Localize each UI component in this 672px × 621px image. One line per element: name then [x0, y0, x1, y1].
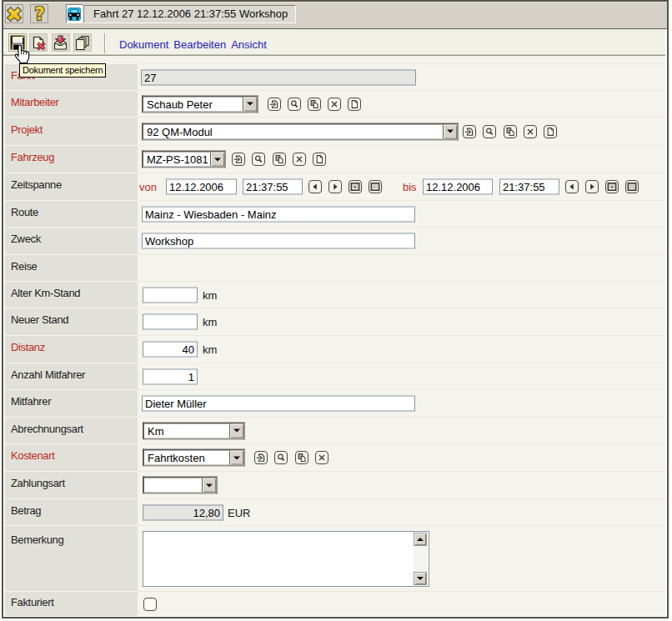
row-route: Route Mainz - Wiesbaden - Mainz [3, 200, 667, 227]
close-button[interactable] [5, 4, 23, 23]
projekt-combobox[interactable]: 92 QM-Modul [142, 123, 459, 140]
kostenart-dropdown-button[interactable] [229, 451, 243, 465]
betrag-unit: EUR [228, 506, 250, 518]
window-inner-edge-right [665, 29, 667, 618]
alter-km-input[interactable] [143, 287, 198, 303]
row-reise: Reise [3, 254, 667, 281]
zweck-label: Zweck [3, 227, 138, 254]
kostenart-value: Fahrtkosten [144, 451, 229, 465]
help-button[interactable]: ? ? [30, 4, 48, 23]
fahrzeug-value: MZ-PS-1081 [143, 153, 210, 167]
mitarbeiter-copy-button[interactable] [308, 98, 321, 111]
fahrzeug-search-button[interactable] [252, 153, 265, 166]
projekt-clear-button[interactable] [524, 125, 537, 138]
window-inner-edge-bottom [3, 616, 667, 617]
archive-button[interactable] [52, 33, 70, 52]
fahrzeug-dropdown-button[interactable] [210, 153, 224, 167]
fahrzeug-goto-button[interactable] [232, 153, 245, 166]
mitarbeiter-combobox[interactable]: Schaub Peter [142, 95, 258, 113]
goto-icon [464, 125, 475, 138]
row-zeitspanne: Zeitspanne von 12.12.2006 21:37:55 bis 1… [3, 173, 667, 200]
goto-icon [233, 153, 244, 166]
menu-ansicht[interactable]: Ansicht [231, 38, 267, 51]
scrollbar[interactable] [414, 533, 428, 585]
von-time-input[interactable]: 21:37:55 [243, 179, 303, 195]
abrechnungsart-combobox[interactable]: Km [143, 422, 245, 439]
row-anzahl-mitfahrer: Anzahl Mitfahrer 1 [3, 363, 667, 389]
projekt-new-button[interactable] [544, 125, 557, 138]
kostenart-combobox[interactable]: Fahrtkosten [143, 449, 245, 467]
zahlungsart-combobox[interactable] [143, 477, 218, 494]
projekt-goto-button[interactable] [463, 125, 476, 138]
bis-time-input[interactable]: 21:37:55 [499, 179, 559, 195]
mitarbeiter-clear-button[interactable] [328, 98, 341, 111]
fahrzeug-new-button[interactable] [313, 153, 326, 166]
neuer-stand-unit: km [203, 316, 217, 328]
kostenart-goto-button[interactable] [254, 451, 268, 464]
kostenart-search-button[interactable] [274, 451, 288, 464]
kostenart-clear-button[interactable] [315, 451, 328, 464]
projekt-dropdown-button[interactable] [443, 124, 457, 138]
mitarbeiter-new-button[interactable] [348, 98, 361, 111]
fahrt-input: 27 [141, 69, 416, 85]
new-document-icon [313, 153, 325, 166]
betrag-label: Betrag [3, 498, 138, 525]
kostenart-copy-button[interactable] [295, 451, 308, 464]
projekt-value: 92 QM-Modul [143, 124, 443, 138]
new-document-icon [349, 98, 360, 111]
arrow-left-icon [309, 180, 321, 193]
bis-prev-day-button[interactable] [565, 180, 579, 193]
bemerkung-textarea[interactable] [143, 531, 429, 587]
calendar-day-icon [349, 180, 361, 193]
arrow-right-icon [329, 180, 341, 193]
bis-next-day-button[interactable] [585, 180, 599, 193]
fahrzeug-combobox[interactable]: MZ-PS-1081 [142, 151, 226, 168]
copy-document-button[interactable] [73, 33, 92, 52]
bis-calendar-day-button[interactable] [605, 180, 619, 193]
projekt-copy-button[interactable] [504, 125, 517, 138]
neuer-stand-input[interactable] [143, 314, 198, 330]
projekt-search-button[interactable] [483, 125, 496, 138]
clear-icon [524, 125, 536, 138]
scroll-down-button[interactable] [414, 572, 427, 585]
fahrzeug-copy-button[interactable] [273, 153, 286, 166]
row-alter-km: Alter Km-Stand km [3, 281, 667, 308]
close-icon [6, 6, 23, 23]
von-date-input[interactable]: 12.12.2006 [166, 179, 237, 195]
distanz-input[interactable]: 40 [143, 342, 198, 358]
mitarbeiter-goto-button[interactable] [268, 98, 281, 111]
mitfahrer-input[interactable]: Dieter Müller [142, 396, 415, 412]
neuer-stand-label: Neuer Stand [3, 308, 138, 335]
delete-document-button[interactable] [29, 33, 48, 52]
row-bemerkung: Bemerkung [3, 525, 667, 591]
menu-bearbeiten[interactable]: Bearbeiten [173, 38, 226, 51]
mitarbeiter-dropdown-button[interactable] [243, 97, 257, 111]
von-next-day-button[interactable] [328, 180, 342, 193]
zweck-input[interactable]: Workshop [142, 233, 415, 249]
form: Fahrt 27 Mitarbeiter Schaub Peter Projek… [3, 56, 667, 617]
von-prev-day-button[interactable] [308, 180, 322, 193]
fahrzeug-clear-button[interactable] [293, 153, 306, 166]
search-icon [288, 98, 300, 111]
calendar-icon [369, 180, 381, 193]
mitfahrer-label: Mitfahrer [3, 389, 138, 417]
fakturiert-checkbox[interactable] [143, 598, 157, 611]
menu-bar: Dokument Bearbeiten Ansicht [119, 31, 272, 58]
menu-dokument[interactable]: Dokument [119, 38, 168, 51]
abrechnungsart-dropdown-button[interactable] [229, 423, 243, 438]
alter-km-label: Alter Km-Stand [3, 281, 138, 308]
mitarbeiter-label: Mitarbeiter [3, 90, 138, 117]
route-input[interactable]: Mainz - Wiesbaden - Mainz [142, 206, 415, 222]
search-icon [275, 451, 287, 464]
fahrzeug-label: Fahrzeug [3, 145, 138, 173]
mitarbeiter-search-button[interactable] [288, 98, 301, 111]
scroll-up-button[interactable] [414, 533, 427, 546]
bis-date-input[interactable]: 12.12.2006 [423, 179, 493, 195]
von-calendar-day-button[interactable] [349, 180, 362, 193]
bis-calendar-button[interactable] [625, 180, 639, 193]
von-calendar-button[interactable] [369, 180, 382, 193]
zahlungsart-dropdown-button[interactable] [202, 478, 216, 493]
row-distanz: Distanz 40 km [3, 335, 667, 363]
anzahl-mitfahrer-input[interactable]: 1 [143, 368, 198, 384]
row-fahrzeug: Fahrzeug MZ-PS-1081 [3, 145, 667, 173]
